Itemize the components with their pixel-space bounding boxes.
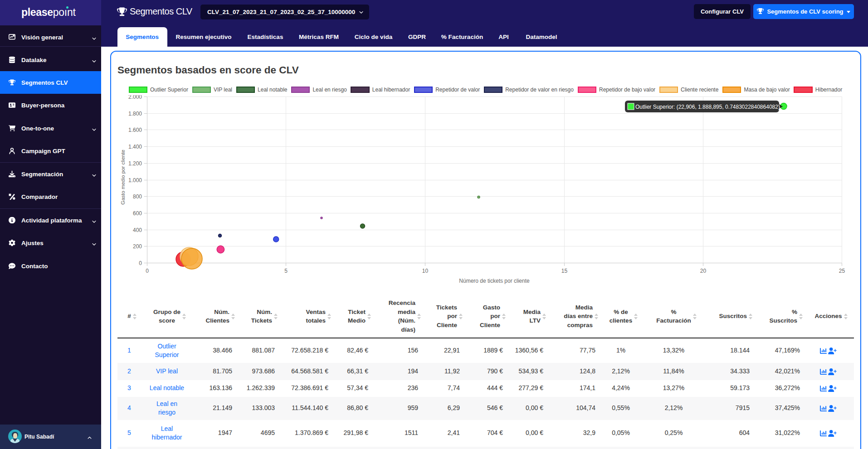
svg-text:25: 25: [839, 268, 845, 274]
svg-text:2.000: 2.000: [128, 95, 142, 100]
svg-text:Número de tickets por cliente: Número de tickets por cliente: [459, 278, 530, 284]
svg-text:200: 200: [133, 243, 142, 250]
svg-text:1.000: 1.000: [128, 177, 142, 183]
svg-text:15: 15: [561, 268, 568, 274]
svg-text:1.600: 1.600: [128, 127, 142, 133]
svg-text:Gasto medio por cliente: Gasto medio por cliente: [120, 150, 126, 204]
svg-text:0: 0: [139, 260, 142, 266]
svg-text:1.800: 1.800: [128, 111, 142, 117]
svg-text:10: 10: [422, 268, 429, 274]
svg-text:400: 400: [133, 227, 142, 233]
svg-text:0: 0: [146, 268, 149, 274]
svg-text:600: 600: [133, 210, 142, 217]
svg-text:800: 800: [133, 193, 142, 200]
svg-text:5: 5: [284, 268, 288, 274]
svg-text:20: 20: [700, 268, 707, 274]
svg-text:1.200: 1.200: [128, 160, 142, 167]
svg-text:Outlier Superior: (22,906, 1.8: Outlier Superior: (22,906, 1.888,895, 0.…: [635, 104, 780, 110]
svg-text:1.400: 1.400: [128, 144, 142, 150]
